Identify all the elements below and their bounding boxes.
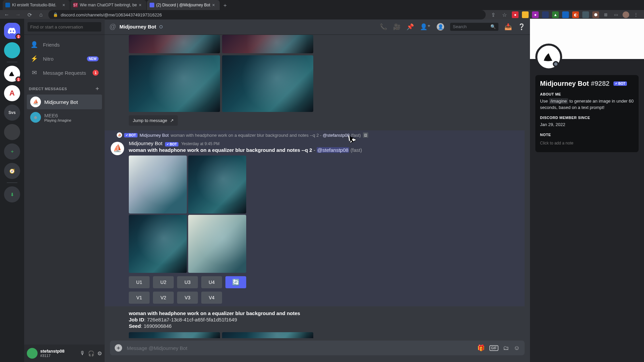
attach-button[interactable]: ＋ bbox=[115, 344, 122, 352]
ext-icon[interactable]: ● bbox=[512, 11, 519, 18]
favicon-icon: ST bbox=[73, 3, 78, 7]
next-attachment-peek[interactable] bbox=[129, 332, 313, 338]
note-input[interactable] bbox=[540, 139, 634, 147]
server-button[interactable]: Svs bbox=[4, 105, 20, 121]
result-image[interactable] bbox=[188, 156, 246, 214]
ext-icon[interactable] bbox=[522, 11, 529, 18]
v4-button[interactable]: V4 bbox=[201, 292, 222, 304]
message-avatar[interactable]: ⛵ bbox=[111, 142, 124, 155]
profile-avatar-icon[interactable] bbox=[623, 11, 629, 18]
chat-input[interactable]: ＋ Message @Midjourney Bot 🎁 GIF 🗂 ☺ bbox=[110, 341, 525, 355]
header-search[interactable]: Search 🔍 bbox=[450, 23, 498, 31]
bookmark-icon[interactable]: ☆ bbox=[500, 11, 508, 19]
section-title: DIRECT MESSAGES bbox=[29, 87, 67, 91]
close-icon[interactable]: × bbox=[212, 3, 217, 7]
message-author[interactable]: Midjourney Bot bbox=[129, 140, 162, 146]
jump-to-message-button[interactable]: Jump to message ↗ bbox=[129, 115, 178, 126]
about-heading: ABOUT ME bbox=[540, 92, 634, 96]
menu-icon[interactable]: ⋮ bbox=[633, 11, 639, 18]
user-info[interactable]: stefanstp08 #3117 bbox=[40, 349, 77, 358]
gift-icon[interactable]: 🎁 bbox=[477, 344, 485, 352]
messages[interactable]: Jump to message ↗ ⛵ BOT Midjourney Bot w… bbox=[105, 35, 530, 341]
u1-button[interactable]: U1 bbox=[129, 276, 150, 288]
u3-button[interactable]: U3 bbox=[177, 276, 198, 288]
server-button[interactable] bbox=[4, 124, 20, 140]
settings-icon[interactable]: ⚙ bbox=[97, 350, 102, 357]
result-image[interactable] bbox=[222, 35, 313, 53]
download-button[interactable]: ⬇ bbox=[4, 186, 20, 202]
new-tab-button[interactable]: ＋ bbox=[220, 1, 230, 10]
reload-button[interactable]: ⟳ bbox=[25, 11, 34, 19]
pinned-icon[interactable]: 📌 bbox=[407, 23, 414, 31]
result-image[interactable] bbox=[129, 215, 187, 273]
home-button[interactable]: ⌂ bbox=[37, 11, 45, 19]
emoji-icon[interactable]: ☺ bbox=[514, 345, 520, 352]
side-panel-icon[interactable]: ▭ bbox=[612, 11, 619, 18]
ext-icon[interactable] bbox=[582, 11, 589, 18]
result-image[interactable] bbox=[129, 156, 187, 214]
result-image[interactable] bbox=[222, 332, 313, 338]
mute-icon[interactable]: 🎙 bbox=[80, 350, 85, 357]
share-icon[interactable]: ⇪ bbox=[489, 11, 497, 19]
nav-friends[interactable]: 👤 Friends bbox=[27, 38, 102, 52]
result-image[interactable] bbox=[129, 55, 220, 112]
dm-item-midjourney[interactable]: ⛵ Midjourney Bot bbox=[27, 95, 102, 109]
result-image[interactable] bbox=[129, 332, 220, 338]
server-button[interactable]: 1 bbox=[4, 66, 20, 82]
result-image[interactable] bbox=[129, 35, 220, 53]
new-dm-button[interactable]: ＋ bbox=[95, 85, 100, 92]
discord-logo-icon bbox=[8, 27, 16, 34]
v3-button[interactable]: V3 bbox=[177, 292, 198, 304]
u4-button[interactable]: U4 bbox=[201, 276, 222, 288]
v1-button[interactable]: V1 bbox=[129, 292, 150, 304]
ext-icon[interactable]: ● bbox=[532, 11, 539, 18]
result-image[interactable] bbox=[222, 55, 313, 112]
dm-item-mee6[interactable]: ☻ MEE6 Playing /imagine bbox=[27, 110, 102, 125]
help-icon[interactable]: ❔ bbox=[518, 23, 525, 31]
chat-input-area: ＋ Message @Midjourney Bot 🎁 GIF 🗂 ☺ bbox=[105, 341, 530, 362]
close-icon[interactable]: × bbox=[62, 3, 67, 7]
server-button[interactable]: A bbox=[4, 85, 20, 101]
ext-icon[interactable] bbox=[542, 11, 549, 18]
server-button[interactable] bbox=[4, 42, 20, 58]
puzzle-icon[interactable]: ⊞ bbox=[602, 11, 609, 18]
job-prompt: woman with headphone work on a equalizer… bbox=[129, 310, 300, 316]
home-server-button[interactable]: 1 bbox=[4, 23, 20, 39]
ext-icon[interactable]: ⬢ bbox=[592, 11, 599, 18]
nav-message-requests[interactable]: ✉ Message Requests 1 bbox=[27, 66, 102, 80]
browser-chrome: KI erstellt Tonstudio-Bild. × ST Wie man… bbox=[0, 0, 644, 19]
ext-icon[interactable]: ▲ bbox=[552, 11, 559, 18]
dm-search-input[interactable] bbox=[28, 22, 101, 32]
ext-icon[interactable] bbox=[562, 11, 569, 18]
reroll-button[interactable]: 🔄 bbox=[225, 276, 246, 288]
nav-nitro[interactable]: ⚡ Nitro NEW bbox=[27, 52, 102, 66]
explore-button[interactable]: 🧭 bbox=[4, 163, 20, 179]
deafen-icon[interactable]: 🎧 bbox=[88, 350, 95, 357]
avatar: ☻ bbox=[30, 112, 41, 123]
browser-tab-active[interactable]: (2) Discord | @Midjourney Bot × bbox=[147, 0, 220, 10]
back-button[interactable]: ← bbox=[3, 11, 11, 19]
video-call-icon[interactable]: 🎥 bbox=[393, 23, 400, 31]
nav-label: Friends bbox=[43, 42, 60, 48]
v2-button[interactable]: V2 bbox=[153, 292, 174, 304]
result-image[interactable] bbox=[188, 215, 246, 273]
gif-icon[interactable]: GIF bbox=[489, 345, 498, 351]
add-friends-icon[interactable]: 👤⁺ bbox=[420, 23, 431, 31]
sticker-icon[interactable]: 🗂 bbox=[503, 345, 509, 352]
generation-attachment[interactable] bbox=[129, 156, 246, 273]
ext-icon[interactable]: ◐ bbox=[572, 11, 579, 18]
forward-button[interactable]: → bbox=[14, 11, 22, 19]
add-server-button[interactable]: ＋ bbox=[4, 143, 20, 160]
browser-tab[interactable]: ST Wie man ChatGPT beibringt, be × bbox=[70, 0, 146, 10]
browser-tab[interactable]: KI erstellt Tonstudio-Bild. × bbox=[3, 0, 70, 10]
user-profile-icon[interactable]: 👤 bbox=[437, 23, 444, 31]
reply-reference[interactable]: ⛵ BOT Midjourney Bot woman with headphon… bbox=[117, 132, 521, 138]
user-avatar[interactable] bbox=[27, 348, 38, 359]
url-field[interactable]: 🔒 discord.com/channels/@me/1063443749197… bbox=[48, 10, 486, 19]
profile-avatar[interactable] bbox=[535, 44, 562, 70]
close-icon[interactable]: × bbox=[139, 3, 144, 7]
voice-call-icon[interactable]: 📞 bbox=[380, 23, 387, 31]
inbox-icon[interactable]: 📥 bbox=[504, 23, 512, 31]
dm-item-status: Playing /imagine bbox=[44, 118, 71, 122]
u2-button[interactable]: U2 bbox=[153, 276, 174, 288]
